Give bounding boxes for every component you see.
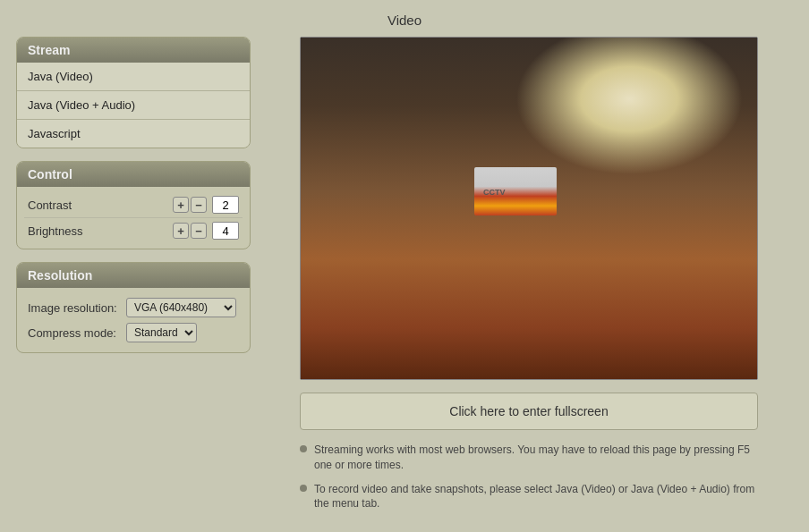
contrast-increment-button[interactable]: + (173, 197, 189, 213)
contrast-row: Contrast + − (24, 192, 243, 218)
brightness-value-input[interactable] (212, 222, 239, 240)
stream-java-video[interactable]: Java (Video) (17, 63, 250, 91)
control-panel-header: Control (17, 162, 250, 187)
compress-mode-select[interactable]: Standard High Low (126, 323, 197, 342)
brightness-label: Brightness (28, 224, 173, 238)
contrast-decrement-button[interactable]: − (191, 197, 207, 213)
contrast-buttons: + − (173, 197, 207, 213)
contrast-value-input[interactable] (212, 196, 239, 214)
brightness-decrement-button[interactable]: − (191, 223, 207, 239)
sidebar: Stream Java (Video) Java (Video + Audio)… (16, 37, 251, 511)
info-text-2: To record video and take snapshots, plea… (314, 482, 758, 512)
brightness-increment-button[interactable]: + (173, 223, 189, 239)
stream-java-video-audio[interactable]: Java (Video + Audio) (17, 91, 250, 120)
bullet-icon-1 (300, 445, 307, 452)
stream-javascript[interactable]: Javascript (17, 120, 250, 148)
info-item-1: Streaming works with most web browsers. … (300, 443, 758, 473)
resolution-body: Image resolution: VGA (640x480) QVGA (32… (17, 288, 250, 352)
fullscreen-button[interactable]: Click here to enter fullscreen (300, 393, 758, 430)
page-title: Video (0, 0, 809, 37)
info-section: Streaming works with most web browsers. … (300, 443, 758, 511)
resolution-panel-header: Resolution (17, 263, 250, 288)
brightness-buttons: + − (173, 223, 207, 239)
resolution-panel: Resolution Image resolution: VGA (640x48… (16, 262, 251, 353)
stream-panel: Stream Java (Video) Java (Video + Audio)… (16, 37, 251, 148)
info-item-2: To record video and take snapshots, plea… (300, 482, 758, 512)
video-display (301, 38, 757, 379)
bullet-icon-2 (300, 485, 307, 492)
brightness-row: Brightness + − (24, 218, 243, 243)
content-area: Click here to enter fullscreen Streaming… (265, 37, 793, 511)
control-panel: Control Contrast + − Brightness + − (16, 161, 251, 249)
image-resolution-select[interactable]: VGA (640x480) QVGA (320x240) SVGA (800x6… (126, 298, 236, 317)
compress-mode-label: Compress mode: (28, 326, 126, 340)
contrast-label: Contrast (28, 198, 173, 212)
compress-mode-row: Compress mode: Standard High Low (24, 320, 243, 345)
image-resolution-label: Image resolution: (28, 301, 126, 315)
stream-panel-header: Stream (17, 38, 250, 63)
control-body: Contrast + − Brightness + − (17, 187, 250, 249)
video-frame (300, 37, 758, 380)
info-text-1: Streaming works with most web browsers. … (314, 443, 758, 473)
image-resolution-row: Image resolution: VGA (640x480) QVGA (32… (24, 295, 243, 320)
